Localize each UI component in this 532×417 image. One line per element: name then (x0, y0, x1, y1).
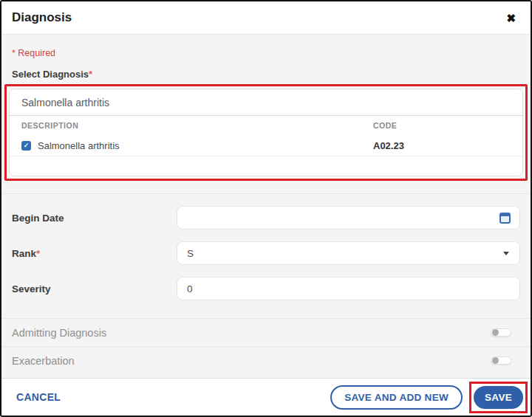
admitting-diagnosis-label: Admitting Diagnosis (12, 327, 106, 339)
rank-row: Rank* S (1, 241, 531, 265)
admitting-diagnosis-toggle[interactable] (491, 328, 511, 337)
required-asterisk: * (89, 69, 92, 80)
dialog-header: Diagnosis ✖ (1, 1, 531, 35)
section-divider (1, 193, 531, 194)
begin-date-row: Begin Date (1, 206, 531, 230)
chevron-down-icon (503, 252, 509, 255)
begin-date-control (177, 206, 520, 230)
admitting-diagnosis-row: Admitting Diagnosis (1, 319, 531, 346)
severity-control (177, 277, 520, 300)
select-diagnosis-label: Select Diagnosis* (1, 69, 531, 80)
diagnosis-checkbox-checked[interactable] (21, 141, 31, 151)
rank-label: Rank* (12, 248, 177, 259)
exacerbation-toggle[interactable] (491, 356, 511, 365)
dialog-footer: CANCEL SAVE AND ADD NEW SAVE (1, 378, 531, 416)
severity-input[interactable] (187, 283, 510, 294)
exacerbation-row: Exacerbation (1, 347, 531, 374)
severity-row: Severity (1, 277, 531, 300)
begin-date-input[interactable] (187, 213, 510, 224)
begin-date-label: Begin Date (12, 213, 177, 224)
cancel-button[interactable]: CANCEL (16, 391, 61, 403)
select-diagnosis-highlight: DESCRIPTION CODE Salmonella arthritis A0… (4, 84, 528, 181)
diagnosis-result-row[interactable]: Salmonella arthritis A02.23 (10, 135, 522, 156)
diagnosis-results-panel: DESCRIPTION CODE Salmonella arthritis A0… (9, 89, 523, 176)
results-header-row: DESCRIPTION CODE (10, 116, 522, 135)
code-column-header: CODE (373, 121, 511, 130)
description-column-header: DESCRIPTION (21, 121, 373, 130)
save-button[interactable]: SAVE (474, 386, 523, 409)
diagnosis-code: A02.23 (373, 140, 511, 151)
required-asterisk: * (36, 248, 40, 259)
severity-label: Severity (12, 283, 177, 294)
exacerbation-label: Exacerbation (12, 355, 75, 367)
diagnosis-search-input[interactable] (21, 97, 511, 108)
rank-selected-value: S (187, 248, 194, 259)
diagnosis-search-row (10, 89, 522, 116)
diagnosis-dialog: Diagnosis ✖ * Required Select Diagnosis*… (0, 0, 532, 417)
required-note: * Required (1, 48, 531, 58)
close-icon[interactable]: ✖ (503, 10, 519, 27)
dialog-title: Diagnosis (12, 10, 72, 25)
dialog-body: * Required Select Diagnosis* DESCRIPTION… (1, 35, 531, 378)
save-and-add-new-button[interactable]: SAVE AND ADD NEW (330, 385, 463, 410)
diagnosis-description: Salmonella arthritis (38, 140, 120, 151)
calendar-icon[interactable] (499, 213, 511, 224)
save-button-highlight: SAVE (469, 382, 528, 413)
rank-select[interactable]: S (177, 241, 520, 265)
